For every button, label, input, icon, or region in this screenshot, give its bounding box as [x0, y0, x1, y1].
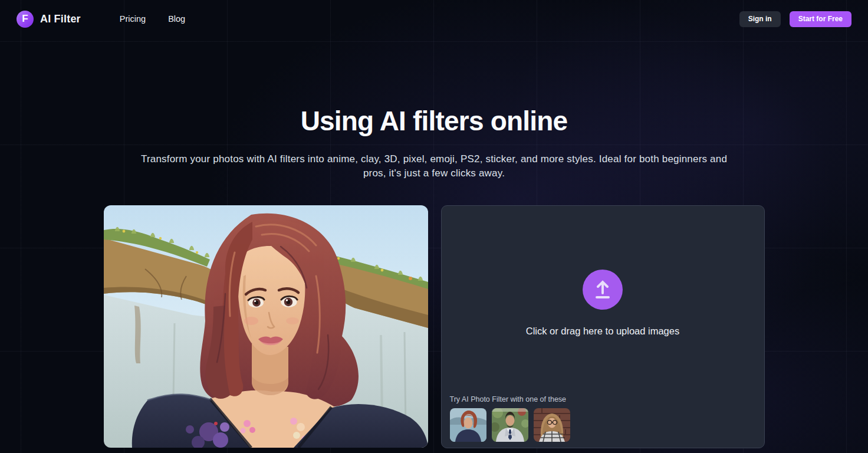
upload-icon: [583, 270, 623, 310]
header-actions: Sign in Start for Free: [739, 11, 851, 27]
example-portrait-image: [104, 205, 428, 448]
sample-thumbnail-plaid-woman[interactable]: [534, 408, 570, 442]
hero-subtitle: Transform your photos with AI filters in…: [139, 152, 729, 180]
sample-plaid-woman-image: [534, 408, 570, 442]
brand-logo-icon[interactable]: F: [17, 11, 34, 28]
sample-photos-section: Try AI Photo Filter with one of these: [442, 395, 764, 448]
hero-section: Using AI filters online Transform your p…: [0, 105, 868, 180]
sign-in-button[interactable]: Sign in: [739, 11, 781, 27]
content-row: Click or drag here to upload images Try …: [0, 205, 868, 448]
samples-row: [450, 408, 756, 442]
nav-link-blog[interactable]: Blog: [168, 14, 185, 24]
upload-panel: Click or drag here to upload images Try …: [441, 205, 765, 448]
start-for-free-button[interactable]: Start for Free: [790, 11, 851, 27]
upload-arrow-icon: [591, 278, 614, 301]
main-nav: Pricing Blog: [120, 14, 185, 24]
upload-dropzone[interactable]: Click or drag here to upload images: [442, 206, 764, 395]
sample-thumbnail-suit-man[interactable]: [492, 408, 528, 442]
nav-link-pricing[interactable]: Pricing: [120, 14, 146, 24]
sample-suit-man-image: [492, 408, 528, 442]
sample-redhead-image: [450, 408, 486, 442]
brand-logo-letter: F: [22, 13, 28, 25]
brand-name: AI Filter: [40, 13, 81, 25]
portrait-illustration: [104, 205, 428, 448]
upload-cta-text: Click or drag here to upload images: [526, 326, 679, 337]
samples-label: Try AI Photo Filter with one of these: [450, 395, 756, 403]
top-navigation-bar: F AI Filter Pricing Blog Sign in Start f…: [0, 0, 868, 38]
page-title: Using AI filters online: [0, 105, 868, 137]
sample-thumbnail-redhead[interactable]: [450, 408, 486, 442]
